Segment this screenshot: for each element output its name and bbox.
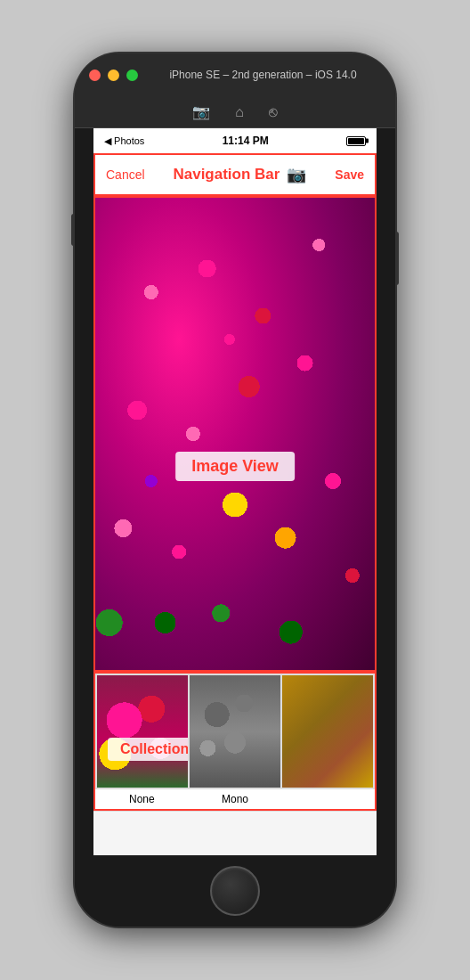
nav-title-group: Navigation Bar 📷	[173, 165, 306, 184]
cell-1-image	[97, 675, 188, 788]
collection-view-container: Collection View None Mono	[93, 672, 377, 811]
collection-cell-mono[interactable]	[190, 675, 280, 788]
status-bar: ◀ Photos 11:14 PM	[93, 128, 377, 153]
collection-cell-sepia[interactable]	[282, 675, 373, 788]
filter-third-label	[281, 793, 375, 805]
phone-frame: iPhone SE – 2nd generation – iOS 14.0 📷 …	[75, 53, 395, 927]
camera-icon[interactable]: 📷	[287, 165, 306, 184]
filter-none-label: None	[95, 793, 189, 805]
image-view-background: Image View	[95, 198, 375, 670]
collection-cell-none[interactable]: Collection View	[97, 675, 188, 788]
side-button-left	[71, 214, 75, 246]
status-right	[346, 136, 366, 146]
status-left: ◀ Photos	[104, 135, 144, 147]
screenshot-icon[interactable]: 📷	[192, 103, 210, 120]
minimize-button[interactable]	[108, 69, 119, 81]
save-button[interactable]: Save	[335, 167, 364, 182]
navigation-bar: Cancel Navigation Bar 📷 Save	[93, 153, 377, 196]
battery-icon	[346, 136, 366, 146]
image-view-container: Image View	[93, 196, 377, 672]
flower-overlay	[95, 198, 375, 670]
cancel-button[interactable]: Cancel	[106, 167, 145, 182]
title-bar: iPhone SE – 2nd generation – iOS 14.0	[75, 53, 395, 96]
home-icon[interactable]: ⌂	[235, 104, 244, 120]
collection-grid: Collection View	[95, 674, 375, 789]
zoom-button[interactable]	[126, 69, 138, 81]
phone-screen: ◀ Photos 11:14 PM Cancel Navigation Bar …	[93, 128, 377, 855]
nav-bar-title: Navigation Bar	[173, 166, 280, 184]
home-button-area	[75, 855, 395, 927]
filter-labels-row: None Mono	[95, 789, 375, 809]
cell-2-image	[190, 675, 280, 788]
image-view-label: Image View	[175, 452, 295, 481]
bottom-bar	[93, 811, 377, 855]
filter-mono-label: Mono	[189, 793, 282, 805]
rotate-icon[interactable]: ⎋	[269, 104, 278, 120]
carrier-label: ◀ Photos	[104, 135, 144, 147]
close-button[interactable]	[89, 69, 101, 81]
cell-3-image	[282, 675, 373, 788]
window-title: iPhone SE – 2nd generation – iOS 14.0	[145, 69, 381, 81]
side-button-right	[395, 232, 399, 285]
simulator-toolbar: 📷 ⌂ ⎋	[75, 96, 395, 128]
collection-view-label: Collection View	[108, 738, 188, 761]
home-button[interactable]	[210, 866, 260, 916]
status-time: 11:14 PM	[144, 135, 346, 147]
